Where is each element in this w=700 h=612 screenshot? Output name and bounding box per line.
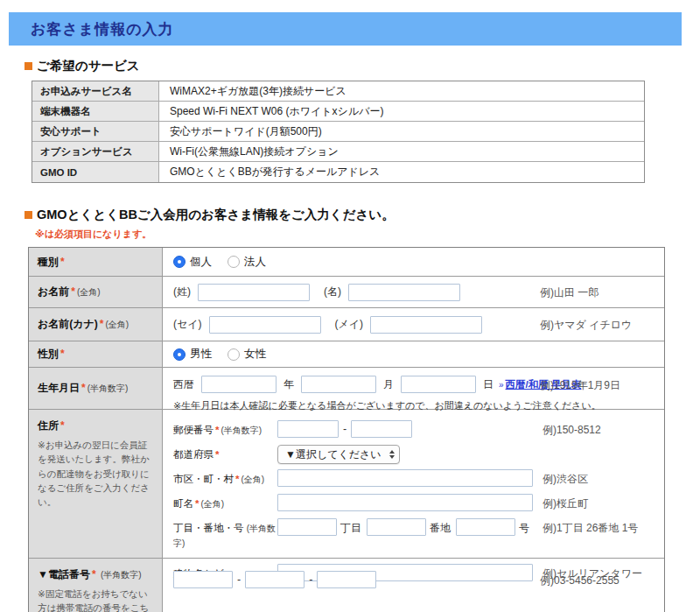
phone-input-1[interactable] xyxy=(173,571,233,588)
radio-female[interactable] xyxy=(228,348,240,361)
phone-label-cell: ▼電話番号* (半角数字) ※固定電話をお持ちでない方は携帯電話の番号をこちらに… xyxy=(29,559,163,612)
block-number-row: 丁目・番地・号 (半角数字) 丁目 番地 号 例)1丁目 26番地 1号 xyxy=(173,518,664,552)
type-label: 種別 xyxy=(38,256,59,268)
customer-section-heading: GMOとくとくBBご入会用のお客さま情報をご入力ください。 xyxy=(24,207,700,223)
name-example: 例)山田 一郎 xyxy=(540,285,598,299)
type-content-cell: 個人 法人 xyxy=(163,248,664,276)
city-input[interactable] xyxy=(277,469,533,487)
gender-label: 性別 xyxy=(38,348,59,360)
radio-male[interactable] xyxy=(173,348,186,361)
required-asterisk: * xyxy=(60,419,65,432)
name-content-cell: (姓) (名) 例)山田 一郎 xyxy=(163,277,664,307)
phone-input-2[interactable] xyxy=(245,571,304,588)
kana-content-cell: (セイ) (メイ) 例)ヤマダ イチロウ xyxy=(163,308,664,341)
birthdate-label-cell: 生年月日*(半角数字) xyxy=(29,368,163,409)
customer-info-form: 種別* 個人 法人 お名前*(全角) (姓) (名) 例)山田 一郎 お名前(カ… xyxy=(28,247,665,612)
gender-label-cell: 性別* xyxy=(29,341,163,367)
required-asterisk: * xyxy=(235,474,239,484)
first-name-input[interactable] xyxy=(348,284,460,301)
birthdate-hint: (半角数字) xyxy=(88,383,129,393)
birth-year-input[interactable] xyxy=(201,376,276,393)
service-summary-table: お申込みサービス名 WiMAX2+ギガ放題(3年)接続サービス 端末機器名 Sp… xyxy=(32,81,645,183)
go-input[interactable] xyxy=(456,518,515,536)
phone-input-3[interactable] xyxy=(317,571,376,588)
address-label-cell: 住所* ※お申込みの翌日に会員証を発送いたします。弊社からの配達物をお受け取りに… xyxy=(29,410,163,558)
chome-input[interactable] xyxy=(277,518,337,536)
form-row-name: お名前*(全角) (姓) (名) 例)山田 一郎 xyxy=(29,277,664,308)
city-hint: (全角) xyxy=(241,475,264,484)
block-example: 例)1丁目 26番地 1号 xyxy=(542,521,638,536)
first-kana-input[interactable] xyxy=(370,316,482,334)
last-kana-input[interactable] xyxy=(209,316,321,334)
address-note: ※お申込みの翌日に会員証を発送いたします。弊社からの配達物をお受け取りになるご住… xyxy=(38,438,155,509)
kana-label-cell: お名前(カナ)*(全角) xyxy=(29,308,163,341)
birthdate-label: 生年月日 xyxy=(38,382,80,394)
select-stepper-icon xyxy=(389,450,395,459)
prefecture-select[interactable]: ▼選択してください xyxy=(277,445,400,464)
postal-code-input-2[interactable] xyxy=(351,420,412,438)
page-title: お客さま情報の入力 xyxy=(31,19,174,39)
postal-example: 例)150-8512 xyxy=(542,423,601,438)
form-row-birthdate: 生年月日*(半角数字) 西暦 年 月 日 » 西暦/和暦 早見表 ※生年月日は本… xyxy=(29,368,664,410)
customer-section-title: GMOとくとくBBご入会用のお客さま情報をご入力ください。 xyxy=(37,207,395,223)
gender-content-cell: 男性 女性 xyxy=(163,341,664,367)
phone-example: 例)03-5456-2555 xyxy=(540,573,620,588)
phone-separator: - xyxy=(309,573,312,586)
postal-label: 郵便番号*(半角数字) xyxy=(173,420,277,438)
birth-day-input[interactable] xyxy=(401,376,476,393)
last-name-input[interactable] xyxy=(198,284,310,301)
name-label-cell: お名前*(全角) xyxy=(29,277,163,307)
day-suffix: 日 xyxy=(483,377,494,392)
last-name-label: (姓) xyxy=(173,285,191,299)
prefecture-label: 都道府県* xyxy=(173,445,277,462)
section-bullet-icon xyxy=(24,211,32,219)
required-asterisk: * xyxy=(60,348,65,360)
birthdate-content-cell: 西暦 年 月 日 » 西暦/和暦 早見表 ※生年月日は本人確認に必要となる場合が… xyxy=(163,368,664,409)
row-value: WiMAX2+ギガ放題(3年)接続サービス xyxy=(159,81,644,101)
prefecture-row: 都道府県* ▼選択してください xyxy=(173,445,664,464)
form-row-kana: お名前(カナ)*(全角) (セイ) (メイ) 例)ヤマダ イチロウ xyxy=(29,308,664,341)
birth-month-input[interactable] xyxy=(301,376,376,393)
radio-corporate-label: 法人 xyxy=(244,255,266,270)
city-example: 例)渋谷区 xyxy=(542,472,588,487)
postal-code-input-1[interactable] xyxy=(277,420,339,438)
postal-separator: - xyxy=(343,423,346,435)
chome-suffix: 丁目 xyxy=(340,521,361,536)
first-kana-label: (メイ) xyxy=(335,317,364,332)
go-suffix: 号 xyxy=(519,521,529,536)
city-label: 市区・町・村*(全角) xyxy=(173,469,277,487)
type-label-cell: 種別* xyxy=(29,248,163,276)
form-row-phone: ▼電話番号* (半角数字) ※固定電話をお持ちでない方は携帯電話の番号をこちらに… xyxy=(29,559,664,612)
prefecture-select-value: ▼選択してください xyxy=(285,447,382,462)
table-row-gmo-id: GMO ID GMOとくとくBBが発行するメールアドレス xyxy=(32,162,644,182)
town-label: 町名*(全角) xyxy=(173,494,277,511)
radio-female-label: 女性 xyxy=(244,347,266,362)
row-label: お申込みサービス名 xyxy=(32,81,159,101)
row-label: オプションサービス xyxy=(32,142,159,161)
phone-label: ▼電話番号 xyxy=(38,568,90,580)
table-row-support: 安心サポート 安心サポートワイド(月額500円) xyxy=(32,122,644,142)
row-label: GMO ID xyxy=(32,162,159,182)
row-label: 端末機器名 xyxy=(32,102,159,121)
table-row-option-service: オプションサービス Wi-Fi(公衆無線LAN)接続オプション xyxy=(32,142,644,162)
town-hint: (全角) xyxy=(200,499,224,509)
address-label: 住所 xyxy=(38,419,59,432)
year-suffix: 年 xyxy=(284,377,294,392)
town-input[interactable] xyxy=(277,494,533,511)
required-asterisk: * xyxy=(92,568,96,580)
banchi-suffix: 番地 xyxy=(430,521,451,536)
name-label: お名前 xyxy=(38,285,69,298)
row-value: Wi-Fi(公衆無線LAN)接続オプション xyxy=(159,142,644,161)
banchi-input[interactable] xyxy=(367,518,426,536)
radio-individual[interactable] xyxy=(173,256,186,268)
block-label: 丁目・番地・号 (半角数字) xyxy=(173,518,277,552)
radio-corporate[interactable] xyxy=(228,256,240,268)
page-title-bar: お客さま情報の入力 xyxy=(9,12,682,46)
row-value: 安心サポートワイド(月額500円) xyxy=(159,122,644,141)
address-content-cell: 郵便番号*(半角数字) - 例)150-8512 都道府県* ▼選択してください… xyxy=(163,410,664,558)
radio-male-label: 男性 xyxy=(190,347,212,362)
phone-content-cell: - - 例)03-5456-2555 xyxy=(163,559,664,612)
required-fields-note: ※は必須項目になります。 xyxy=(35,228,700,241)
required-asterisk: * xyxy=(81,382,86,394)
form-row-type: 種別* 個人 法人 xyxy=(29,248,664,277)
